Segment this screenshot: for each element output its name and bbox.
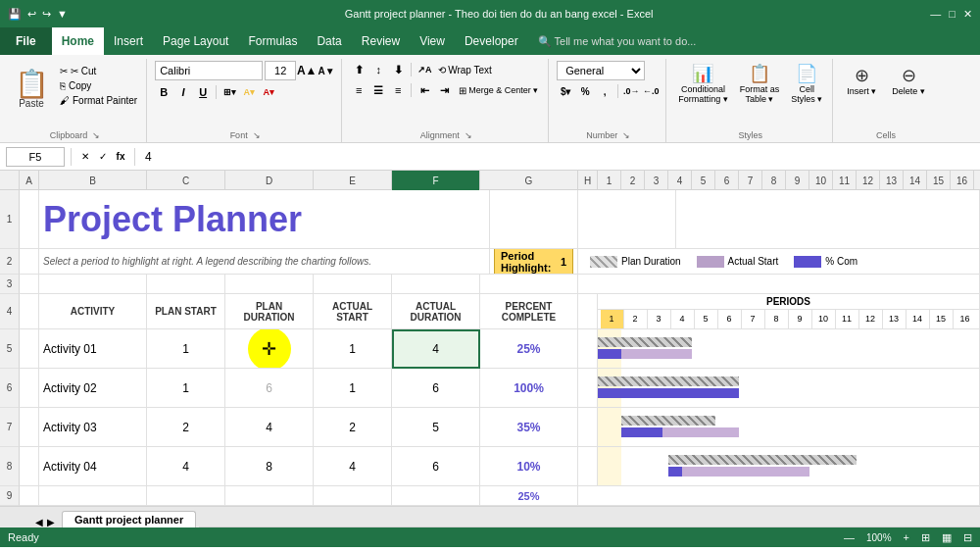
col-header-4[interactable]: 4 (668, 171, 692, 190)
cell-g9[interactable]: 25% (480, 486, 578, 506)
italic-button[interactable]: I (174, 83, 192, 101)
col-header-8[interactable]: 8 (762, 171, 786, 190)
menu-view[interactable]: View (410, 27, 455, 55)
cell-a3[interactable] (20, 275, 39, 294)
cell-d9[interactable] (225, 486, 314, 506)
number-format-select[interactable]: General Number Currency Percentage (557, 61, 645, 80)
cell-e5[interactable]: 1 (314, 329, 392, 369)
row-header-7[interactable]: 7 (0, 408, 20, 447)
status-view-normal[interactable]: ⊞ (921, 531, 930, 544)
conditional-formatting-btn[interactable]: 📊 ConditionalFormatting ▾ (674, 61, 732, 106)
col-header-10[interactable]: 10 (809, 171, 833, 190)
col-header-13[interactable]: 13 (880, 171, 904, 190)
cell-b9[interactable] (39, 486, 147, 506)
cell-h5[interactable] (578, 329, 598, 369)
cell-c9[interactable] (147, 486, 225, 506)
tab-prev-btn[interactable]: ◀ (35, 517, 43, 527)
cell-c8[interactable]: 4 (147, 447, 225, 486)
font-name-input[interactable] (155, 61, 263, 80)
close-btn[interactable]: ✕ (963, 8, 972, 21)
status-view-break[interactable]: ⊟ (963, 531, 972, 544)
cell-a5[interactable] (20, 329, 39, 369)
sheet-tab-gantt[interactable]: Gantt project planner (62, 511, 196, 527)
col-header-e[interactable]: E (314, 171, 392, 190)
cell-rest-9[interactable] (578, 486, 980, 506)
comma-btn[interactable]: , (596, 82, 613, 100)
cell-g5[interactable]: 25% (480, 329, 578, 369)
delete-cells-btn[interactable]: ⊖ Delete ▾ (886, 61, 931, 100)
cell-d7[interactable]: 4 (225, 408, 314, 447)
cell-h4[interactable] (578, 294, 598, 329)
cell-e4[interactable]: ACTUAL START (314, 294, 392, 329)
status-zoom-in[interactable]: + (904, 531, 909, 543)
cell-d6[interactable]: 6 (225, 369, 314, 408)
col-header-g[interactable]: G (480, 171, 578, 190)
col-header-b[interactable]: B (39, 171, 147, 190)
menu-home[interactable]: Home (52, 27, 104, 55)
cell-rest-3[interactable] (578, 275, 980, 294)
cell-b1[interactable]: Project Planner (39, 190, 490, 249)
align-bottom-btn[interactable]: ⬇ (389, 61, 407, 78)
cell-d8[interactable]: 8 (225, 447, 314, 486)
paste-button[interactable]: 📋 Paste (10, 61, 53, 118)
border-button[interactable]: ⊞▾ (220, 83, 238, 101)
cell-e3[interactable] (314, 275, 392, 294)
underline-button[interactable]: U (194, 83, 212, 101)
row-header-9[interactable]: 9 (0, 486, 20, 506)
col-header-d[interactable]: D (225, 171, 314, 190)
format-as-table-btn[interactable]: 📋 Format asTable ▾ (736, 61, 784, 106)
cell-a8[interactable] (20, 447, 39, 486)
col-header-1[interactable]: 1 (598, 171, 621, 190)
cell-f6[interactable]: 6 (392, 369, 480, 408)
row-header-5[interactable]: 5 (0, 329, 20, 369)
cell-e8[interactable]: 4 (314, 447, 392, 486)
cell-b3[interactable] (39, 275, 147, 294)
cell-a6[interactable] (20, 369, 39, 408)
col-header-c[interactable]: C (147, 171, 225, 190)
col-header-h[interactable]: H (578, 171, 598, 190)
cell-f7[interactable]: 5 (392, 408, 480, 447)
fill-color-btn[interactable]: A▾ (240, 83, 258, 101)
minimize-btn[interactable]: — (930, 8, 941, 21)
col-header-16[interactable]: 16 (951, 171, 974, 190)
confirm-formula-btn[interactable]: ✓ (95, 149, 111, 165)
insert-cells-btn[interactable]: ⊕ Insert ▾ (841, 61, 882, 100)
cell-a9[interactable] (20, 486, 39, 506)
status-view-page[interactable]: ▦ (942, 531, 952, 544)
cell-a7[interactable] (20, 408, 39, 447)
cell-f5[interactable]: 4 (392, 329, 480, 369)
wrap-text-button[interactable]: ⟲ Wrap Text (435, 64, 495, 76)
cell-b7[interactable]: Activity 03 (39, 408, 147, 447)
maximize-btn[interactable]: □ (949, 8, 956, 21)
cell-b5[interactable]: Activity 01 (39, 329, 147, 369)
menu-tell-me[interactable]: 🔍 Tell me what you want to do... (528, 27, 707, 55)
font-size-input[interactable] (265, 61, 296, 80)
increase-decimal-btn[interactable]: ←.0 (642, 82, 660, 100)
col-header-2[interactable]: 2 (621, 171, 645, 190)
col-header-a[interactable]: A (20, 171, 39, 190)
col-header-f[interactable]: F (392, 171, 480, 190)
col-header-5[interactable]: 5 (692, 171, 715, 190)
align-middle-btn[interactable]: ↕ (369, 61, 387, 78)
insert-function-btn[interactable]: fx (113, 149, 128, 165)
cell-f8[interactable]: 6 (392, 447, 480, 486)
formula-input[interactable] (141, 150, 974, 164)
cell-f4[interactable]: ACTUAL DURATION (392, 294, 480, 329)
copy-button[interactable]: ⎘ Copy (57, 79, 140, 92)
cell-g8[interactable]: 10% (480, 447, 578, 486)
menu-developer[interactable]: Developer (455, 27, 528, 55)
save-icon[interactable]: 💾 (8, 8, 22, 21)
cell-g7[interactable]: 35% (480, 408, 578, 447)
format-painter-button[interactable]: 🖌 Format Painter (57, 94, 140, 107)
align-right-btn[interactable]: ≡ (389, 81, 407, 99)
menu-insert[interactable]: Insert (104, 27, 153, 55)
cell-reference-input[interactable] (6, 147, 65, 167)
file-menu[interactable]: File (0, 27, 52, 55)
cancel-formula-btn[interactable]: ✕ (77, 149, 93, 165)
cell-d5[interactable]: ✛ 4 (225, 329, 314, 369)
row-header-3[interactable]: 3 (0, 275, 20, 294)
cell-g3[interactable] (480, 275, 578, 294)
row-header-2[interactable]: 2 (0, 249, 20, 275)
cell-a1[interactable] (20, 190, 39, 249)
font-grow-btn[interactable]: A▲ (298, 62, 316, 79)
